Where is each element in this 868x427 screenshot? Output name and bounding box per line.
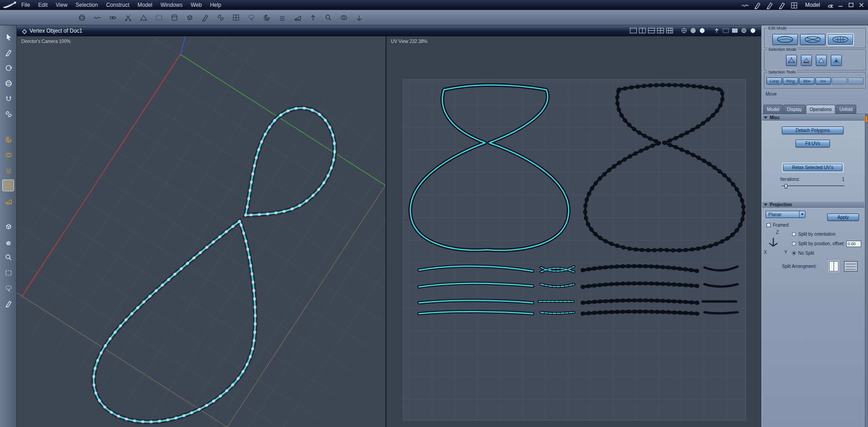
menu-web[interactable]: Web [187,1,206,9]
rotate-view-icon[interactable] [2,62,14,73]
slider-thumb[interactable] [785,184,787,189]
paint-select-icon[interactable] [2,46,14,58]
menu-edit[interactable]: Edit [34,1,52,9]
select-faces-button[interactable] [816,55,827,66]
wand-icon[interactable] [741,1,749,9]
select-edges-button[interactable] [801,55,812,66]
split-position-radio[interactable] [792,242,796,246]
sphere-high-icon[interactable] [749,28,757,34]
split-tool-icon[interactable] [122,12,134,23]
axes-tool-icon[interactable] [353,12,365,23]
texture-cube-icon[interactable] [2,220,14,232]
room-pen2-icon[interactable] [766,1,773,9]
loop-button[interactable]: Loop [767,78,782,84]
layout-two-horizontal-icon[interactable] [648,28,655,34]
wedge-tool-icon[interactable] [292,12,303,23]
layout-single-icon[interactable] [630,28,637,34]
menu-windows[interactable]: Windows [156,1,187,9]
panel-scrollbar[interactable] [865,114,868,427]
zoom-tool-icon[interactable] [323,12,334,23]
marquee-select-icon[interactable] [2,267,14,278]
coil-tool-icon[interactable] [276,12,288,23]
sphere-low-icon[interactable] [740,28,747,34]
shading-flat-icon[interactable] [690,28,697,34]
facet-tool-icon[interactable] [138,12,149,23]
panel-scrollbar-thumb[interactable] [865,116,868,123]
iterations-slider[interactable] [782,184,844,189]
gold-knot-icon[interactable] [2,149,14,160]
split-orientation-radio[interactable] [792,232,796,236]
menu-view[interactable]: View [52,1,72,9]
layout-six-icon[interactable] [666,28,673,34]
selection-tool-extra-1[interactable] [832,78,847,84]
room-pen-icon[interactable] [753,1,761,9]
layout-four-icon[interactable] [657,28,664,34]
soft-select-icon[interactable] [2,77,14,89]
ring-button[interactable]: Ring [783,78,798,84]
shading-wireframe-icon[interactable] [680,28,688,34]
viewport-title-bar[interactable]: Vertex Object of Doc1 [17,25,761,36]
solid-box-icon[interactable] [731,28,738,34]
lasso-tool-icon[interactable] [246,12,257,23]
marquee-tool-icon[interactable] [153,12,164,23]
maximize-icon[interactable] [848,2,854,8]
extract-tool-icon[interactable] [307,12,318,23]
edit-mode-edges-button[interactable] [800,34,825,45]
room-pen3-icon[interactable] [778,1,786,9]
gold-spiral-icon[interactable] [2,133,14,145]
gold-coil-icon[interactable] [2,164,14,176]
menu-selection[interactable]: Selection [72,1,102,9]
3d-canvas[interactable] [17,36,386,427]
menu-help[interactable]: Help [206,1,225,9]
arrangement-horizontal-option[interactable] [844,261,858,272]
link-tool-icon[interactable] [107,12,118,23]
tab-model[interactable]: Model [763,105,783,114]
arrangement-vertical-option[interactable] [829,261,839,272]
no-split-radio[interactable] [792,251,796,255]
boolean-tool-icon[interactable] [338,12,349,23]
menu-model[interactable]: Model [134,1,157,9]
selection-tool-extra-2[interactable] [848,78,863,84]
relax-selected-uvs-button[interactable]: Relax Selected UV's [783,164,843,171]
grid-tool-icon[interactable] [230,12,241,23]
invert-button[interactable]: Inv [815,78,831,84]
close-icon[interactable] [858,2,864,8]
bounding-box-icon[interactable] [722,28,729,34]
curve-tool-icon[interactable] [92,12,103,23]
fit-uvs-button[interactable]: Fit UVs [796,140,830,147]
viewport-3d[interactable]: Director's Camera 100% [17,36,386,427]
gold-wedge-icon[interactable] [2,195,14,207]
edit-mode-object-button[interactable] [772,34,798,45]
edit-mode-faces-button[interactable] [828,34,853,45]
viewport-uv[interactable]: UV View 232.38% [386,36,761,427]
zoom-icon[interactable] [2,251,14,263]
minimize-icon[interactable] [838,2,844,8]
gold-sphere-icon[interactable] [2,180,14,191]
framed-checkbox[interactable] [767,223,771,227]
menu-file[interactable]: File [17,1,34,9]
pencil-icon[interactable] [2,297,14,309]
pan-hand-icon[interactable] [2,236,14,247]
tab-unfold[interactable]: Unfold [836,105,856,114]
pen-tool-icon[interactable] [199,12,211,23]
layout-two-vertical-icon[interactable] [639,28,646,34]
tab-operations[interactable]: Operations [806,105,835,114]
select-object-button[interactable] [831,55,842,66]
eye-icon[interactable] [827,2,833,8]
detach-polygons-button[interactable]: Detach Polygons [782,126,844,134]
cube-tool-icon[interactable] [184,12,195,23]
projection-section-header[interactable]: Projection [762,201,864,208]
spiral-tool-icon[interactable] [261,12,272,23]
shading-smooth-icon[interactable] [699,28,706,34]
weld-chain-icon[interactable] [2,108,14,120]
between-button[interactable]: Btw [799,78,815,84]
magnet-icon[interactable] [2,92,14,104]
uv-canvas[interactable] [386,36,761,427]
view-up-icon[interactable] [713,28,720,34]
menu-construct[interactable]: Construct [102,1,133,9]
select-arrow-icon[interactable] [2,31,14,43]
sphere-tool-icon[interactable] [76,12,87,23]
cylinder-tool-icon[interactable] [169,12,180,23]
projection-type-select[interactable]: Planar [766,211,805,218]
lasso-select-icon[interactable] [2,282,14,294]
